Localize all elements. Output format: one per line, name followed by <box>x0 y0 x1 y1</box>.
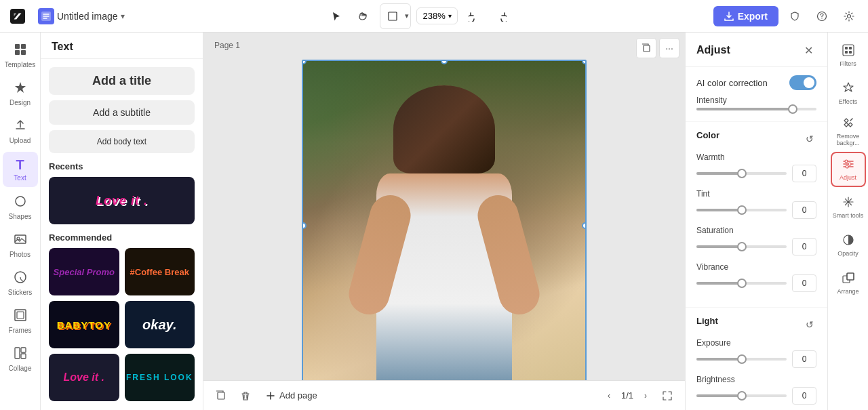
settings-icon-btn[interactable] <box>838 5 860 27</box>
canvas-bottom-delete-btn[interactable] <box>236 386 255 405</box>
ai-color-toggle[interactable] <box>789 75 816 90</box>
sidebar-item-collage[interactable]: Collage <box>3 342 38 377</box>
right-sidebar-remove-bg[interactable]: Remove backgr... <box>831 114 866 149</box>
svg-rect-24 <box>849 51 852 54</box>
tint-slider-thumb[interactable] <box>737 205 747 215</box>
canvas-area: Page 1 ··· <box>203 33 685 410</box>
saturation-slider-track[interactable] <box>696 245 787 248</box>
sidebar-item-shapes[interactable]: Shapes <box>3 190 38 225</box>
sidebar-item-templates[interactable]: Templates <box>3 38 38 73</box>
undo-btn[interactable] <box>463 5 485 27</box>
sidebar-item-upload[interactable]: Upload <box>3 114 38 149</box>
canvas-more-btn[interactable]: ··· <box>659 38 679 58</box>
fullscreen-btn[interactable] <box>658 386 677 405</box>
sidebar-item-design[interactable]: Design <box>3 76 38 111</box>
app-logo[interactable] <box>8 7 27 26</box>
recent-template-loveit-text: Love it . <box>96 194 148 208</box>
intensity-slider-track[interactable] <box>696 108 816 110</box>
resize-handle-top-right[interactable] <box>582 60 587 64</box>
shield-icon-btn[interactable] <box>784 5 806 27</box>
warmth-slider-thumb[interactable] <box>737 169 747 178</box>
right-sidebar-smart-tools[interactable]: Smart tools <box>831 190 866 225</box>
template-special-promo[interactable]: Special Promo <box>49 248 119 295</box>
topbar-left: Untitled image ▾ <box>8 7 125 26</box>
template-freshlook-text: FRESH LOOK <box>126 373 193 382</box>
add-page-btn[interactable]: Add page <box>260 388 323 403</box>
exposure-label: Exposure <box>696 338 816 348</box>
redo-btn[interactable] <box>490 5 512 27</box>
resize-handle-right-mid[interactable] <box>582 222 587 229</box>
templates-icon <box>14 43 27 60</box>
export-button[interactable]: Export <box>713 6 778 26</box>
help-icon-btn[interactable] <box>811 5 833 27</box>
add-subtitle-btn[interactable]: Add a subtitle <box>49 100 195 125</box>
light-refresh-btn[interactable]: ↺ <box>803 318 816 331</box>
color-refresh-btn[interactable]: ↺ <box>803 132 816 146</box>
next-page-btn[interactable]: › <box>637 388 654 404</box>
ai-color-label: AI color correction <box>696 78 768 88</box>
template-okay[interactable]: okay. <box>125 301 195 348</box>
template-loveit2[interactable]: Love it . <box>49 354 119 401</box>
doc-type-icon <box>38 8 54 24</box>
color-header-row: Color ↺ <box>696 130 816 147</box>
intensity-label: Intensity <box>696 96 816 105</box>
remove-bg-icon <box>842 117 854 131</box>
canvas-wrapper[interactable] <box>302 60 587 392</box>
exposure-slider-thumb[interactable] <box>737 354 747 364</box>
canvas-bottom-copy-btn[interactable] <box>212 386 231 405</box>
right-sidebar-effects[interactable]: Effects <box>831 76 866 111</box>
sidebar-item-frames[interactable]: Frames <box>3 304 38 339</box>
brightness-slider-thumb[interactable] <box>737 391 747 401</box>
sidebar-item-stickers[interactable]: Stickers <box>3 266 38 301</box>
brightness-slider-track[interactable] <box>696 394 787 397</box>
exposure-slider-container: 0 <box>696 350 816 368</box>
tint-slider-track[interactable] <box>696 209 787 211</box>
intensity-row: Intensity <box>696 96 816 110</box>
template-special-promo-text: Special Promo <box>54 267 115 277</box>
text-panel: Text Add a title Add a subtitle Add body… <box>41 33 203 410</box>
vibrance-slider-track[interactable] <box>696 282 787 285</box>
effects-label: Effects <box>839 98 857 105</box>
hand-tool-btn[interactable] <box>353 5 374 27</box>
shapes-label: Shapes <box>9 213 32 220</box>
intensity-slider-thumb[interactable] <box>788 104 797 114</box>
exposure-slider-track[interactable] <box>696 358 787 361</box>
frame-view-btn[interactable] <box>382 5 403 27</box>
add-body-btn[interactable]: Add body text <box>49 130 195 153</box>
right-sidebar-adjust[interactable]: Adjust <box>831 152 866 187</box>
collage-label: Collage <box>9 365 32 372</box>
zoom-control[interactable]: 238% ▾ <box>416 7 457 24</box>
canvas-copy-btn[interactable] <box>636 38 656 58</box>
warmth-slider-track[interactable] <box>696 172 787 175</box>
adjust-close-btn[interactable]: ✕ <box>800 42 816 58</box>
prev-page-btn[interactable]: ‹ <box>601 388 617 404</box>
view-chevron-icon[interactable]: ▾ <box>405 12 409 20</box>
template-babytoy[interactable]: BABYTOY <box>49 301 119 348</box>
svg-rect-8 <box>15 50 20 55</box>
template-freshlook[interactable]: FRESH LOOK <box>125 354 195 401</box>
person-hair <box>393 85 495 173</box>
add-title-btn[interactable]: Add a title <box>49 67 195 95</box>
svg-rect-23 <box>845 51 848 54</box>
template-babytoy-text: BABYTOY <box>57 319 111 331</box>
vibrance-slider-thumb[interactable] <box>737 279 747 288</box>
right-sidebar-opacity[interactable]: Opacity <box>831 228 866 263</box>
recents-section-title: Recents <box>49 161 195 171</box>
tint-value: 0 <box>792 201 816 219</box>
sidebar-item-text[interactable]: T Text <box>3 152 38 187</box>
template-coffee-break[interactable]: #Coffee Break <box>125 248 195 295</box>
right-sidebar-arrange[interactable]: Arrange <box>831 266 866 301</box>
arrange-label: Arrange <box>837 288 859 295</box>
saturation-slider-thumb[interactable] <box>737 242 747 251</box>
page-nav: ‹ 1/1 › <box>601 386 677 405</box>
select-tool-btn[interactable] <box>326 5 347 27</box>
right-sidebar-filters[interactable]: Filters <box>831 38 866 73</box>
svg-rect-7 <box>21 44 26 49</box>
sidebar-item-photos[interactable]: Photos <box>3 228 38 263</box>
doc-chevron-icon[interactable]: ▾ <box>121 12 125 21</box>
recent-template-loveit[interactable]: Love it . <box>49 177 195 224</box>
vibrance-slider-container: 0 <box>696 274 816 292</box>
exposure-row: Exposure 0 <box>696 338 816 368</box>
shapes-icon <box>14 194 27 211</box>
effects-icon <box>842 82 854 97</box>
